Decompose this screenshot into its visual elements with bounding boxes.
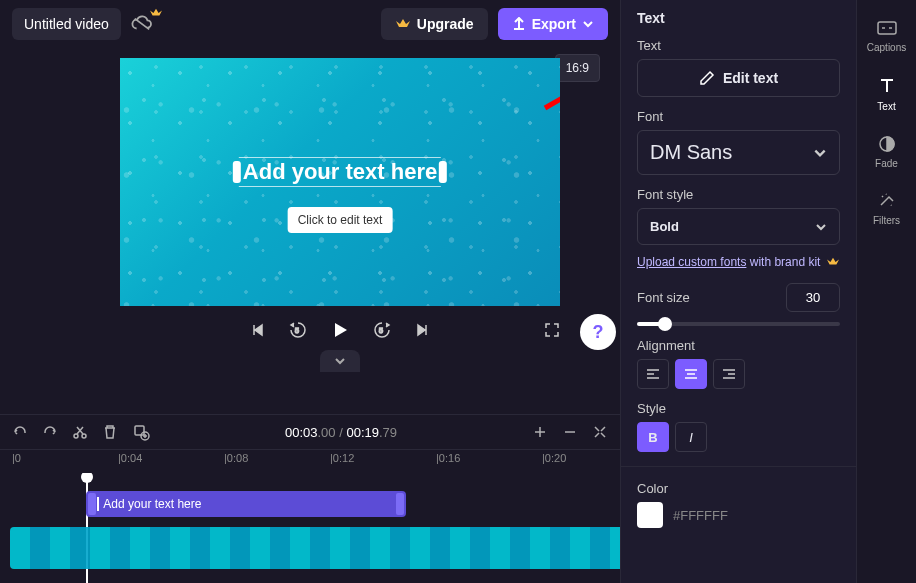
rail-text[interactable]: Text [857,65,916,122]
captions-icon [876,18,898,38]
rewind-5-icon[interactable]: 5 [288,320,308,340]
font-select[interactable]: DM Sans [637,130,840,175]
font-size-input[interactable] [786,283,840,312]
font-style-label: Font style [637,187,840,202]
zoom-fit-icon[interactable] [592,424,608,440]
text-icon [876,75,898,97]
filters-icon [877,191,897,211]
panel-title: Text [637,10,840,26]
rail-label: Text [877,101,895,112]
rail-filters[interactable]: Filters [857,181,916,236]
edit-text-button[interactable]: Edit text [637,59,840,97]
pro-badge-icon [149,7,163,21]
color-swatch[interactable] [637,502,663,528]
split-icon[interactable] [72,424,88,440]
duplicate-icon[interactable] [132,423,150,441]
export-button[interactable]: Export [498,8,608,40]
help-button[interactable]: ? [580,314,616,350]
upgrade-button[interactable]: Upgrade [381,8,488,40]
text-clip[interactable]: Add your text here [86,491,406,517]
properties-panel: Text Text Edit text Font DM Sans Font st… [620,0,856,583]
edit-text-label: Edit text [723,70,778,86]
diamond-icon [826,256,840,268]
upload-icon [512,17,526,31]
resize-handle-left[interactable] [233,161,241,183]
skip-end-icon[interactable] [414,322,430,338]
aspect-ratio-badge[interactable]: 16:9 [555,54,600,82]
rail-captions[interactable]: Captions [857,8,916,63]
font-label: Font [637,109,840,124]
slider-thumb[interactable] [658,317,672,331]
font-style-value: Bold [650,219,679,234]
color-label: Color [637,481,840,496]
rail-label: Filters [873,215,900,226]
forward-5-icon[interactable]: 5 [372,320,392,340]
style-label: Style [637,401,840,416]
pencil-icon [699,70,715,86]
video-canvas[interactable]: Add your text here Click to edit text [120,58,560,306]
text-section-label: Text [637,38,840,53]
bold-button[interactable]: B [637,422,669,452]
cloud-sync-icon[interactable] [131,15,153,33]
font-style-select[interactable]: Bold [637,208,840,245]
redo-icon[interactable] [42,424,58,440]
chevron-down-icon [582,18,594,30]
fade-icon [877,134,897,154]
fullscreen-icon[interactable] [544,322,560,338]
delete-icon[interactable] [102,424,118,440]
play-icon[interactable] [330,320,350,340]
font-size-slider[interactable] [637,322,840,326]
video-clip[interactable] [10,527,620,569]
align-center-button[interactable] [675,359,707,389]
player-controls: 5 5 ? [120,306,560,346]
undo-icon[interactable] [12,424,28,440]
svg-point-5 [82,434,86,438]
chevron-down-icon [813,146,827,160]
timeline-tracks[interactable]: Add your text here [0,473,620,583]
svg-point-4 [74,434,78,438]
alignment-label: Alignment [637,338,840,353]
font-value: DM Sans [650,141,732,164]
text-overlay[interactable]: Add your text here [239,157,441,187]
align-right-button[interactable] [713,359,745,389]
font-size-label: Font size [637,290,690,305]
edit-tooltip: Click to edit text [288,207,393,233]
rail-label: Captions [867,42,906,53]
skip-start-icon[interactable] [250,322,266,338]
timecode-display: 00:03.00 / 00:19.79 [285,425,397,440]
side-rail: Captions Text Fade Filters [856,0,916,583]
timeline-collapse-toggle[interactable] [320,350,360,372]
rail-label: Fade [875,158,898,169]
align-left-button[interactable] [637,359,669,389]
text-clip-label: Add your text here [103,497,201,511]
svg-rect-8 [878,22,896,34]
chevron-down-icon [815,221,827,233]
export-label: Export [532,16,576,32]
diamond-icon [395,17,411,31]
timeline-ruler[interactable]: |0 |0:04 |0:08 |0:12 |0:16 |0:20 [0,449,620,473]
project-title[interactable]: Untitled video [12,8,121,40]
zoom-in-icon[interactable] [532,424,548,440]
color-value[interactable]: #FFFFFF [673,508,728,523]
italic-button[interactable]: I [675,422,707,452]
overlay-text-content: Add your text here [243,159,437,184]
svg-text:5: 5 [295,327,299,334]
svg-text:5: 5 [379,327,383,334]
resize-handle-right[interactable] [439,161,447,183]
upgrade-label: Upgrade [417,16,474,32]
upload-fonts-link[interactable]: Upload custom fonts with brand kit [637,255,840,269]
zoom-out-icon[interactable] [562,424,578,440]
rail-fade[interactable]: Fade [857,124,916,179]
